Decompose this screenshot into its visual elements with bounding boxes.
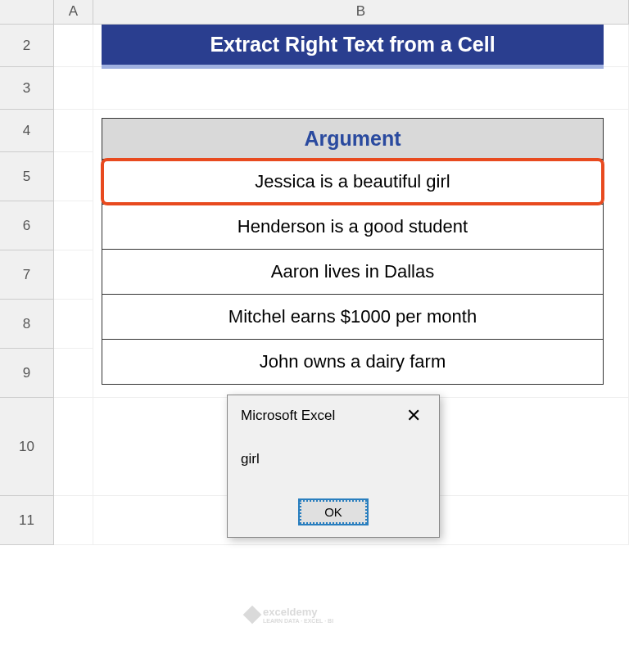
cell-b4[interactable]: Argument Jessica is a beautiful girl Hen… bbox=[93, 110, 629, 398]
row-header-6[interactable]: 6 bbox=[0, 201, 54, 250]
row-header-5[interactable]: 5 bbox=[0, 152, 54, 201]
cell-a9[interactable] bbox=[54, 349, 93, 398]
row-header-10[interactable]: 10 bbox=[0, 398, 54, 496]
row-header-2[interactable]: 2 bbox=[0, 25, 54, 67]
cell-a3[interactable] bbox=[54, 67, 93, 110]
cell-a8[interactable] bbox=[54, 300, 93, 349]
table-row-1-text: Jessica is a beautiful girl bbox=[101, 158, 604, 205]
table-row[interactable]: Henderson is a good student bbox=[102, 205, 603, 250]
row-header-4[interactable]: 4 bbox=[0, 110, 54, 152]
dialog-header: Microsoft Excel ✕ bbox=[241, 405, 426, 426]
argument-table: Argument Jessica is a beautiful girl Hen… bbox=[102, 118, 604, 385]
watermark-tagline: LEARN DATA · EXCEL · BI bbox=[263, 618, 333, 624]
row-header-9[interactable]: 9 bbox=[0, 349, 54, 398]
table-header: Argument bbox=[102, 119, 603, 160]
ok-button[interactable]: OK bbox=[300, 500, 367, 524]
cell-a11[interactable] bbox=[54, 496, 93, 545]
cell-b3[interactable] bbox=[93, 67, 629, 110]
cell-a10[interactable] bbox=[54, 398, 93, 496]
dialog-title: Microsoft Excel bbox=[241, 408, 335, 424]
watermark-icon bbox=[243, 606, 262, 625]
row-header-3[interactable]: 3 bbox=[0, 67, 54, 110]
cell-a2[interactable] bbox=[54, 25, 93, 67]
cell-a5[interactable] bbox=[54, 152, 93, 201]
close-icon[interactable]: ✕ bbox=[401, 405, 426, 426]
table-row[interactable]: Aaron lives in Dallas bbox=[102, 250, 603, 295]
col-header-b[interactable]: B bbox=[93, 0, 629, 25]
title-banner: Extract Right Text from a Cell bbox=[102, 25, 604, 69]
watermark-text: exceldemy bbox=[263, 606, 333, 618]
table-row[interactable]: Mitchel earns $1000 per month bbox=[102, 295, 603, 340]
row-header-8[interactable]: 8 bbox=[0, 300, 54, 349]
row-header-11[interactable]: 11 bbox=[0, 496, 54, 545]
row-header-7[interactable]: 7 bbox=[0, 250, 54, 300]
select-all-corner[interactable] bbox=[0, 0, 54, 25]
message-dialog: Microsoft Excel ✕ girl OK bbox=[227, 395, 440, 538]
cell-a4[interactable] bbox=[54, 110, 93, 152]
cell-a6[interactable] bbox=[54, 201, 93, 250]
cell-a7[interactable] bbox=[54, 250, 93, 300]
table-row-highlighted[interactable]: Jessica is a beautiful girl bbox=[102, 158, 603, 205]
watermark: exceldemy LEARN DATA · EXCEL · BI bbox=[246, 606, 333, 624]
table-row[interactable]: John owns a dairy farm bbox=[102, 340, 603, 384]
cell-b2[interactable]: Extract Right Text from a Cell bbox=[93, 25, 629, 67]
dialog-footer: OK bbox=[241, 500, 426, 524]
col-header-a[interactable]: A bbox=[54, 0, 93, 25]
dialog-message: girl bbox=[241, 451, 426, 467]
